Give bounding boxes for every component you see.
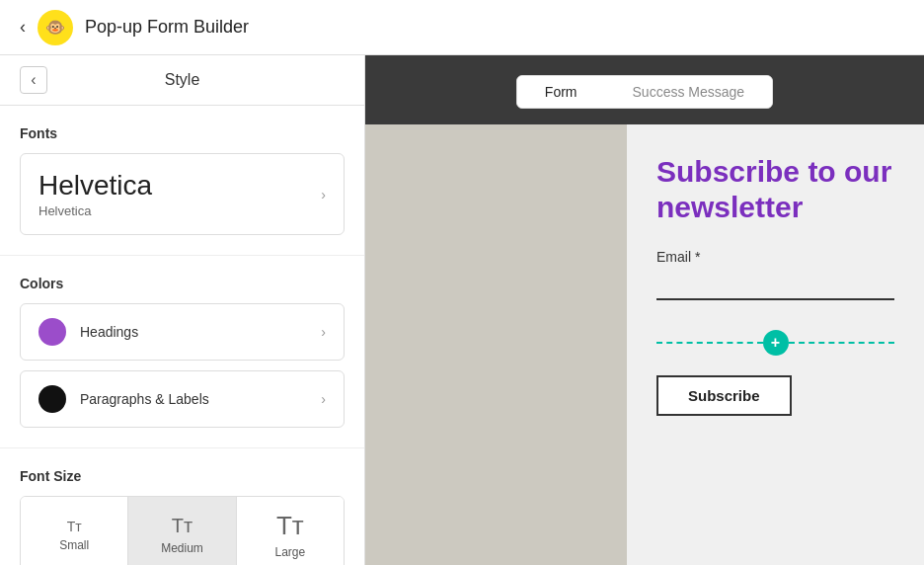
divider: + — [656, 330, 894, 356]
topbar: ‹ 🐵 Pop-up Form Builder — [0, 0, 924, 55]
sidebar-header: ‹ Style — [0, 55, 364, 106]
font-selector[interactable]: Helvetica Helvetica › — [20, 153, 345, 235]
form-left-panel — [365, 124, 627, 565]
font-size-small[interactable]: Tт Small — [21, 497, 128, 565]
paragraphs-color-swatch — [38, 385, 66, 413]
tt-medium-icon: Tт — [172, 515, 192, 537]
preview-tabs: Form Success Message — [365, 55, 924, 124]
headings-color-swatch — [38, 318, 66, 346]
font-size-medium[interactable]: Tт Medium — [128, 497, 236, 565]
font-sub: Helvetica — [38, 203, 152, 218]
font-size-large[interactable]: Tт Large — [237, 497, 344, 565]
paragraphs-color-label: Paragraphs & Labels — [80, 391, 209, 407]
font-size-label: Font Size — [20, 468, 345, 484]
email-label: Email * — [656, 249, 894, 265]
add-element-button[interactable]: + — [763, 330, 789, 356]
colors-label: Colors — [20, 276, 345, 291]
font-size-large-label: Large — [274, 545, 305, 559]
colors-section: Colors Headings › Paragraphs & Labels › — [0, 256, 364, 448]
chevron-right-icon: › — [321, 324, 326, 340]
topbar-back-button[interactable]: ‹ — [20, 17, 26, 38]
fonts-label: Fonts — [20, 125, 345, 141]
svg-text:🐵: 🐵 — [45, 18, 65, 37]
font-size-medium-label: Medium — [161, 541, 203, 555]
fonts-section: Fonts Helvetica Helvetica › — [0, 106, 364, 256]
email-input[interactable] — [656, 271, 894, 300]
tt-large-icon: Tт — [276, 511, 304, 541]
preview-area: Form Success Message Subscribe to our ne… — [365, 55, 924, 565]
app-title: Pop-up Form Builder — [85, 17, 249, 38]
tab-group: Form Success Message — [516, 75, 773, 109]
headings-color-label: Headings — [80, 324, 138, 340]
paragraphs-color-item[interactable]: Paragraphs & Labels › — [20, 370, 345, 428]
chevron-right-icon: › — [321, 391, 326, 407]
subscribe-button[interactable]: Subscribe — [656, 375, 792, 416]
sidebar: ‹ Style Fonts Helvetica Helvetica › Colo… — [0, 55, 365, 565]
headings-color-item[interactable]: Headings › — [20, 303, 345, 361]
tab-success-message[interactable]: Success Message — [605, 76, 773, 108]
form-right-panel: Subscribe to our newsletter Email * + Su… — [627, 124, 924, 565]
form-preview: Subscribe to our newsletter Email * + Su… — [365, 124, 924, 565]
font-size-section: Font Size Tт Small Tт Medium Tт Large — [0, 448, 364, 565]
sidebar-title: Style — [165, 71, 200, 89]
font-size-options: Tт Small Tт Medium Tт Large — [20, 496, 345, 565]
font-name: Helvetica — [38, 170, 152, 202]
divider-right — [789, 342, 895, 344]
font-size-small-label: Small — [59, 538, 89, 552]
chevron-right-icon: › — [321, 187, 326, 202]
divider-left — [656, 342, 763, 344]
tab-form[interactable]: Form — [517, 76, 605, 108]
sidebar-back-button[interactable]: ‹ — [20, 66, 47, 94]
mailchimp-logo: 🐵 — [38, 10, 73, 45]
form-title: Subscribe to our newsletter — [656, 154, 894, 225]
main-layout: ‹ Style Fonts Helvetica Helvetica › Colo… — [0, 55, 924, 565]
tt-small-icon: Tт — [67, 519, 82, 534]
